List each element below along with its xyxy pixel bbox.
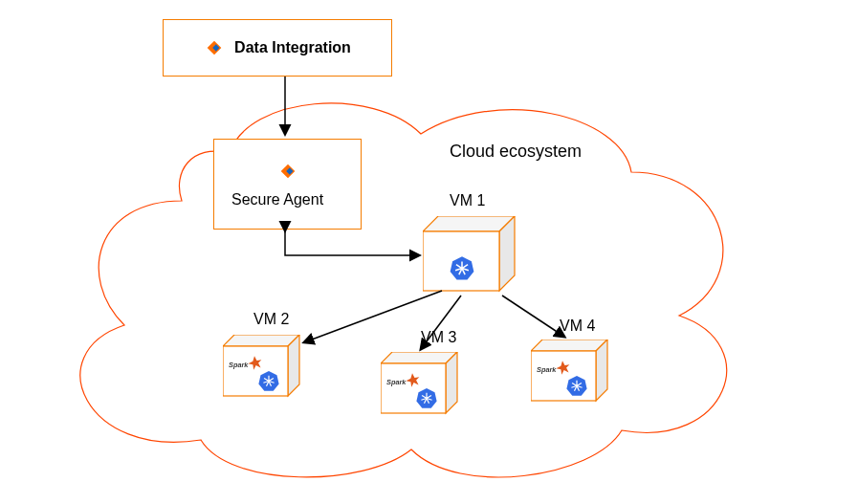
data-integration-box: Data Integration <box>163 19 392 77</box>
svg-text:Spark: Spark <box>386 378 407 386</box>
kubernetes-icon <box>415 386 442 413</box>
vm2-box: Spark <box>223 335 290 388</box>
vm4-box: Spark <box>531 340 598 393</box>
secure-agent-label: Secure Agent <box>231 191 323 208</box>
spark-icon: Spark <box>229 356 259 369</box>
kubernetes-icon <box>565 374 592 401</box>
svg-text:Spark: Spark <box>537 365 557 374</box>
spark-icon: Spark <box>537 361 567 374</box>
spark-icon: Spark <box>386 373 417 386</box>
kubernetes-icon <box>257 369 284 396</box>
vm3-box: Spark <box>381 352 448 405</box>
svg-text:Spark: Spark <box>229 361 249 369</box>
data-integration-label: Data Integration <box>234 39 351 56</box>
secure-agent-box: Secure Agent <box>213 139 362 230</box>
informatica-icon <box>277 161 298 182</box>
vm1-box <box>423 216 509 285</box>
vm1-label: VM 1 <box>450 192 485 209</box>
vm2-label: VM 2 <box>253 311 289 328</box>
cloud-ecosystem-label: Cloud ecosystem <box>450 142 582 162</box>
kubernetes-icon <box>449 254 475 281</box>
vm4-label: VM 4 <box>560 318 595 335</box>
informatica-icon <box>204 37 225 58</box>
vm3-label: VM 3 <box>421 329 456 346</box>
